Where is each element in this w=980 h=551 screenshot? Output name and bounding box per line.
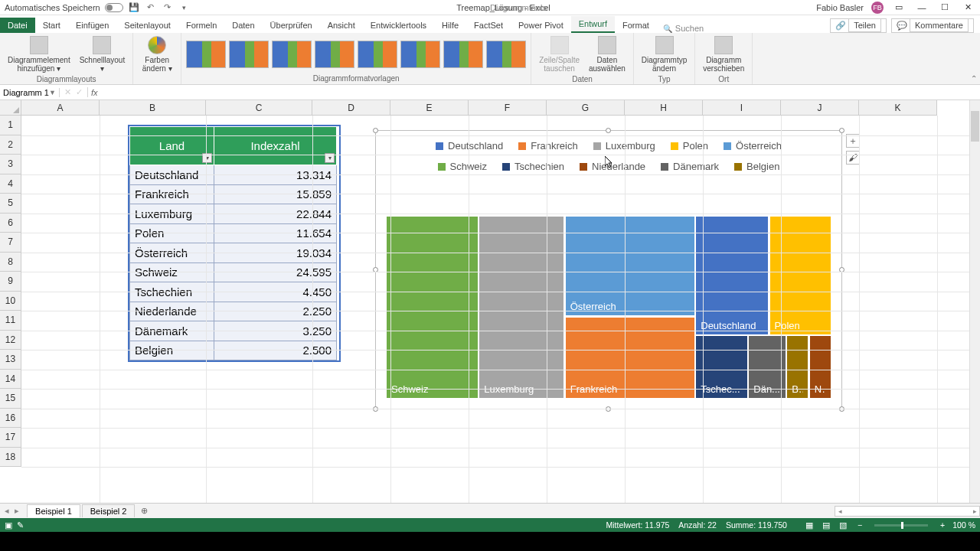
tab-ansicht[interactable]: Ansicht [320,18,363,33]
undo-icon[interactable]: ↶ [145,2,157,14]
maximize-icon[interactable]: ☐ [937,2,952,12]
autosave-toggle[interactable] [105,3,123,12]
row-header[interactable]: 2 [0,135,21,155]
tell-me-search[interactable]: Suchen [663,24,704,33]
row-header[interactable]: 13 [0,350,21,370]
column-header[interactable]: G [547,100,625,116]
row-header[interactable]: 10 [0,292,21,311]
switch-row-col-button[interactable]: Zeile/Spalte tauschen [536,34,583,74]
chart-style-thumb[interactable] [272,41,312,68]
row-header[interactable]: 12 [0,331,21,350]
zoom-in-icon[interactable]: + [940,520,945,530]
row-header[interactable]: 5 [0,194,21,214]
legend-item[interactable]: Dänemark [661,161,719,172]
vertical-scrollbar[interactable] [969,100,980,503]
chart-style-thumb[interactable] [186,41,226,68]
chart-style-thumb[interactable] [400,41,440,68]
chart-style-thumb[interactable] [443,41,483,68]
change-colors-button[interactable]: Farben ändern ▾ [138,34,176,74]
treemap-cell[interactable]: Deutschland [696,217,768,334]
name-box[interactable]: Diagramm 1▼ [0,88,60,97]
view-normal-icon[interactable]: ▦ [802,520,816,530]
treemap-cell[interactable]: Frankreich [566,318,694,398]
row-header[interactable]: 11 [0,311,21,331]
change-chart-type-button[interactable]: Diagrammtyp ändern [639,34,690,74]
sheet-nav[interactable]: ◂ ▸ [0,506,25,516]
column-header[interactable]: H [625,100,703,116]
collapse-ribbon-icon[interactable]: ⌃ [971,74,977,83]
column-header[interactable]: A [21,100,100,116]
qat-more-icon[interactable]: ▾ [178,2,191,14]
row-header[interactable]: 18 [0,448,21,468]
column-header[interactable]: D [312,100,390,116]
chart-elements-button[interactable]: ＋ [846,134,860,148]
chart-style-thumb[interactable] [315,41,354,68]
legend-item[interactable]: Deutschland [436,140,503,152]
share-button[interactable]: 🔗 Teilen [830,18,887,33]
treemap-cell[interactable]: Österreich [566,217,694,315]
column-header[interactable]: B [100,100,206,116]
tab-factset[interactable]: FactSet [466,18,511,33]
zoom-slider[interactable] [874,524,928,527]
tab-entwurf[interactable]: Entwurf [571,16,615,33]
quick-layout-button[interactable]: Schnelllayout ▾ [77,34,128,74]
legend-item[interactable]: Frankreich [518,140,577,152]
tab-powerpivot[interactable]: Power Pivot [511,18,571,33]
view-page-break-icon[interactable]: ▧ [836,520,850,530]
legend-item[interactable]: Niederlande [580,161,645,172]
row-header[interactable]: 17 [0,428,21,448]
minimize-icon[interactable]: — [914,3,929,12]
accessibility-icon[interactable]: ✎ [17,520,24,530]
tab-start[interactable]: Start [35,18,68,33]
row-header[interactable]: 16 [0,409,21,429]
tab-ueberpruefen[interactable]: Überprüfen [263,18,320,33]
tab-entwicklertools[interactable]: Entwicklertools [363,18,434,33]
zoom-level[interactable]: 100 % [952,520,975,530]
redo-icon[interactable]: ↷ [162,2,174,14]
row-header[interactable]: 8 [0,253,21,272]
column-header[interactable]: K [859,100,937,116]
tab-daten[interactable]: Daten [224,18,262,33]
legend-item[interactable]: Österreich [724,140,782,152]
column-header[interactable]: F [469,100,547,116]
horizontal-scrollbar[interactable]: ◂▸ [835,506,980,517]
user-avatar[interactable]: FB [871,2,884,14]
treemap-cell[interactable]: Schweiz [387,217,478,398]
row-header[interactable]: 4 [0,174,21,194]
close-icon[interactable]: ✕ [960,2,975,12]
tab-einfuegen[interactable]: Einfügen [68,18,116,33]
view-page-layout-icon[interactable]: ▤ [819,520,833,530]
tab-format[interactable]: Format [615,18,657,33]
legend-item[interactable]: Tschechien [502,161,564,172]
column-header[interactable]: J [781,100,859,116]
treemap-chart[interactable]: ＋ 🖌 DeutschlandFrankreichLuxemburgPolenÖ… [375,130,842,409]
data-table[interactable]: Land▾Indexzahl▾Deutschland13.314Frankrei… [128,125,341,362]
column-header[interactable]: I [703,100,781,116]
worksheet-grid[interactable]: ABCDEFGHIJK 123456789101112131415161718 … [0,100,980,503]
tab-seitenlayout[interactable]: Seitenlayout [116,18,178,33]
row-header[interactable]: 15 [0,389,21,409]
column-header[interactable]: C [206,100,312,116]
legend-item[interactable]: Belgien [734,161,779,172]
sheet-tab[interactable]: Beispiel 2 [82,504,136,517]
select-all-corner[interactable] [0,100,21,116]
move-chart-button[interactable]: Diagramm verschieben [700,34,747,74]
row-header[interactable]: 14 [0,370,21,390]
row-header[interactable]: 9 [0,272,21,292]
column-header[interactable]: E [390,100,469,116]
zoom-out-icon[interactable]: − [858,520,862,530]
comments-button[interactable]: 💬 Kommentare [891,18,974,33]
macro-record-icon[interactable]: ▣ [5,520,12,530]
tab-file[interactable]: Datei [0,18,35,33]
table-header[interactable]: Indexzahl▾ [214,127,337,165]
treemap-cell[interactable]: Polen [770,217,831,334]
table-header[interactable]: Land▾ [130,127,214,165]
row-header[interactable]: 7 [0,233,21,253]
ribbon-mode-icon[interactable]: ▭ [891,2,906,12]
save-icon[interactable]: 💾 [128,2,140,14]
add-chart-element-button[interactable]: Diagrammelement hinzufügen ▾ [5,34,74,74]
tab-formeln[interactable]: Formeln [178,18,224,33]
chart-style-thumb[interactable] [486,41,526,68]
treemap-cell[interactable]: Luxemburg [479,217,564,398]
add-sheet-button[interactable]: ⊕ [135,506,154,516]
